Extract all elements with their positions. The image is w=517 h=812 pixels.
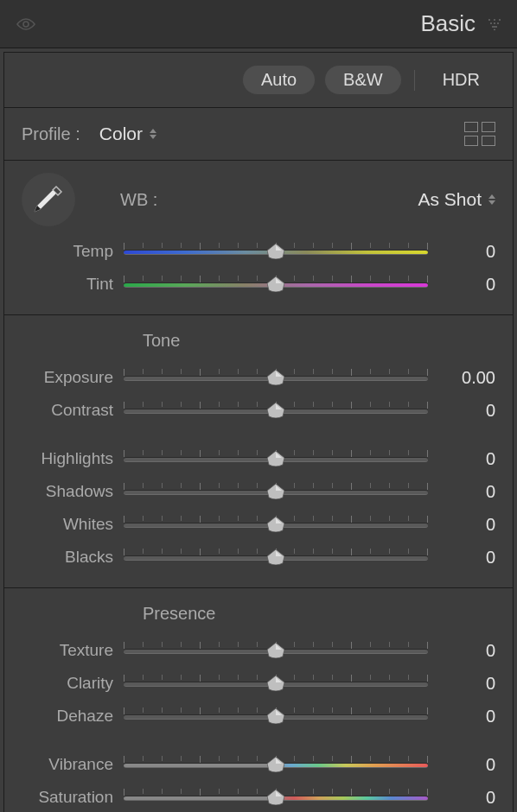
auto-button[interactable]: Auto — [242, 65, 316, 95]
hdr-button[interactable]: HDR — [427, 65, 495, 95]
mode-toolbar: Auto B&W HDR — [4, 53, 513, 108]
profile-dropdown[interactable]: Color — [99, 124, 143, 144]
profile-stepper-icon[interactable] — [150, 129, 156, 139]
presence-dehaze-slider[interactable] — [124, 707, 428, 725]
tone-contrast-label: Contrast — [22, 401, 124, 420]
slider-thumb[interactable] — [267, 549, 284, 565]
wb-section: WB : As Shot Temp0Tint0 — [4, 161, 513, 315]
wb-tint-slider[interactable] — [124, 276, 428, 293]
wb-temp-value[interactable]: 0 — [428, 242, 495, 262]
profile-browser-icon[interactable] — [464, 122, 495, 146]
tone-blacks-slider[interactable] — [124, 549, 428, 566]
visibility-toggle-icon[interactable] — [16, 17, 36, 31]
tone-highlights-row: Highlights0 — [4, 442, 513, 475]
bw-button[interactable]: B&W — [324, 65, 402, 95]
tone-blacks-row: Blacks0 — [4, 541, 513, 574]
slider-thumb[interactable] — [267, 643, 284, 658]
presence-dehaze-row: Dehaze0 — [4, 700, 513, 733]
wb-tint-label: Tint — [22, 275, 124, 294]
tone-shadows-value[interactable]: 0 — [428, 482, 495, 502]
wb-tint-value[interactable]: 0 — [428, 275, 495, 295]
presence-title: Presence — [4, 600, 513, 634]
svg-point-10 — [494, 29, 495, 30]
svg-point-4 — [490, 22, 492, 24]
tone-exposure-value[interactable]: 0.00 — [428, 368, 495, 388]
wb-stepper-icon[interactable] — [488, 194, 495, 205]
presence-saturation-label: Saturation — [22, 788, 124, 807]
tone-contrast-row: Contrast0 — [4, 394, 513, 427]
tone-shadows-slider[interactable] — [124, 483, 428, 500]
eyedropper-button[interactable] — [22, 173, 75, 226]
wb-dropdown[interactable]: As Shot — [418, 189, 482, 210]
slider-thumb[interactable] — [267, 276, 284, 292]
tone-exposure-label: Exposure — [22, 368, 124, 387]
tone-title: Tone — [4, 327, 513, 361]
svg-point-5 — [494, 22, 495, 24]
slider-thumb[interactable] — [267, 790, 284, 805]
presence-saturation-value[interactable]: 0 — [428, 788, 495, 808]
presence-section: Presence Texture0Clarity0Dehaze0 Vibranc… — [4, 588, 513, 812]
slider-thumb[interactable] — [267, 451, 284, 466]
tone-whites-value[interactable]: 0 — [428, 515, 495, 535]
tone-contrast-value[interactable]: 0 — [428, 401, 495, 421]
presence-texture-slider[interactable] — [124, 642, 428, 659]
tone-shadows-row: Shadows0 — [4, 475, 513, 508]
presence-texture-row: Texture0 — [4, 634, 513, 667]
presence-clarity-label: Clarity — [22, 674, 124, 693]
tone-whites-label: Whites — [22, 515, 124, 534]
tone-highlights-value[interactable]: 0 — [428, 449, 495, 469]
presence-dehaze-value[interactable]: 0 — [428, 707, 495, 726]
wb-temp-slider[interactable] — [124, 243, 428, 260]
presence-vibrance-label: Vibrance — [22, 755, 124, 774]
slider-thumb[interactable] — [267, 676, 284, 691]
presence-dehaze-label: Dehaze — [22, 707, 124, 726]
presence-saturation-row: Saturation0 — [4, 781, 513, 812]
tone-exposure-row: Exposure0.00 — [4, 361, 513, 394]
presence-clarity-slider[interactable] — [124, 675, 428, 692]
svg-point-1 — [488, 19, 490, 21]
tone-contrast-slider[interactable] — [124, 402, 428, 419]
presence-clarity-row: Clarity0 — [4, 667, 513, 700]
slider-thumb[interactable] — [267, 708, 284, 724]
wb-label: WB : — [120, 190, 157, 210]
presence-vibrance-value[interactable]: 0 — [428, 755, 495, 775]
tone-exposure-slider[interactable] — [124, 369, 428, 386]
svg-point-9 — [495, 26, 497, 28]
slider-thumb[interactable] — [267, 484, 284, 499]
panel-collapse-icon[interactable] — [488, 18, 501, 30]
svg-point-7 — [492, 26, 494, 28]
svg-point-3 — [499, 19, 501, 21]
svg-point-8 — [494, 26, 495, 28]
profile-label: Profile : — [22, 124, 80, 144]
tone-blacks-value[interactable]: 0 — [428, 548, 495, 568]
presence-clarity-value[interactable]: 0 — [428, 674, 495, 694]
presence-vibrance-row: Vibrance0 — [4, 748, 513, 781]
tone-highlights-label: Highlights — [22, 449, 124, 468]
slider-thumb[interactable] — [267, 403, 284, 418]
wb-temp-label: Temp — [22, 242, 124, 261]
tone-shadows-label: Shadows — [22, 482, 124, 501]
tone-whites-row: Whites0 — [4, 508, 513, 541]
tone-blacks-label: Blacks — [22, 548, 124, 567]
svg-point-6 — [497, 22, 499, 24]
panel-header: Basic — [0, 0, 517, 48]
slider-thumb[interactable] — [267, 370, 284, 385]
wb-temp-row: Temp0 — [4, 235, 513, 268]
slider-thumb[interactable] — [267, 517, 284, 532]
wb-tint-row: Tint0 — [4, 268, 513, 301]
svg-point-0 — [23, 22, 29, 27]
tone-whites-slider[interactable] — [124, 516, 428, 533]
toolbar-divider — [414, 70, 415, 91]
svg-point-2 — [494, 19, 495, 21]
presence-vibrance-slider[interactable] — [124, 756, 428, 773]
presence-saturation-slider[interactable] — [124, 789, 428, 806]
slider-thumb[interactable] — [267, 757, 284, 772]
panel-title: Basic — [420, 10, 476, 37]
tone-highlights-slider[interactable] — [124, 450, 428, 467]
profile-row: Profile : Color — [4, 108, 513, 161]
presence-texture-label: Texture — [22, 641, 124, 660]
slider-thumb[interactable] — [267, 244, 284, 259]
tone-section: Tone Exposure0.00Contrast0 Highlights0Sh… — [4, 315, 513, 588]
presence-texture-value[interactable]: 0 — [428, 641, 495, 661]
